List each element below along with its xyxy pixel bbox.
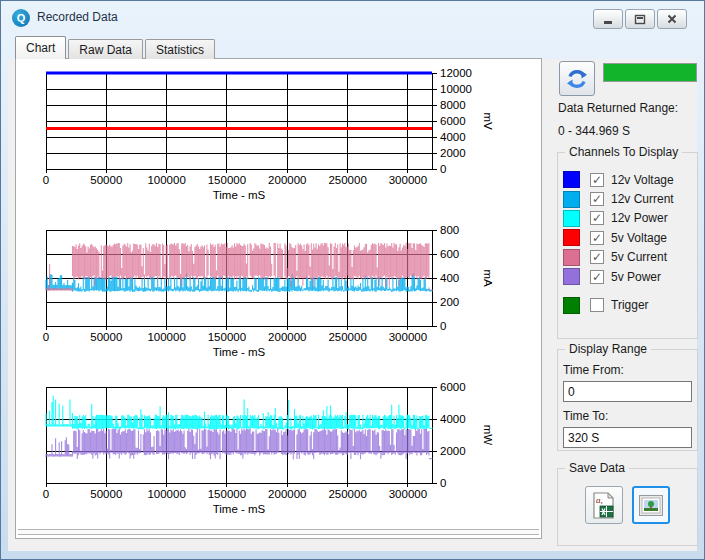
svg-text:Time - mS: Time - mS bbox=[213, 346, 266, 358]
data-returned-range-value: 0 - 344.969 S bbox=[558, 124, 630, 138]
time-to-label: Time To: bbox=[563, 409, 692, 423]
refresh-button[interactable] bbox=[559, 61, 595, 96]
data-load-progressbar bbox=[603, 63, 697, 82]
channel-label: 12v Voltage bbox=[611, 173, 674, 187]
svg-text:8000: 8000 bbox=[440, 99, 466, 111]
svg-text:100000: 100000 bbox=[147, 488, 185, 500]
svg-text:300000: 300000 bbox=[389, 488, 427, 500]
svg-text:200000: 200000 bbox=[268, 331, 306, 343]
save-image-button[interactable] bbox=[632, 486, 670, 524]
channel-label: 12v Current bbox=[611, 192, 674, 206]
channel-color-swatch bbox=[563, 268, 580, 285]
svg-text:4000: 4000 bbox=[440, 413, 466, 425]
svg-text:100000: 100000 bbox=[147, 331, 185, 343]
svg-text:150000: 150000 bbox=[208, 331, 246, 343]
channel-row-5v-current: ✓5v Current bbox=[563, 248, 697, 267]
channel-checkbox[interactable]: ✓ bbox=[590, 231, 604, 245]
channel-row-5v-power: ✓5v Power bbox=[563, 267, 697, 286]
svg-text:mW: mW bbox=[482, 425, 494, 446]
chart-panel: 0500001000001500002000002500003000000200… bbox=[15, 58, 542, 539]
recorded-data-window: Q Recorded Data Chart Raw Data Statistic… bbox=[0, 0, 705, 560]
svg-text:0: 0 bbox=[43, 331, 49, 343]
svg-text:150000: 150000 bbox=[208, 174, 246, 186]
svg-text:50000: 50000 bbox=[90, 331, 122, 343]
channels-group-title: Channels To Display bbox=[565, 145, 682, 159]
svg-text:0: 0 bbox=[440, 163, 446, 175]
channel-label: Trigger bbox=[611, 298, 649, 312]
svg-text:4000: 4000 bbox=[440, 131, 466, 143]
channel-label: 5v Voltage bbox=[611, 231, 667, 245]
minimize-button[interactable] bbox=[593, 9, 623, 29]
svg-text:0: 0 bbox=[43, 174, 49, 186]
svg-text:mA: mA bbox=[482, 269, 494, 287]
close-icon bbox=[666, 13, 678, 25]
time-to-input[interactable] bbox=[563, 427, 692, 448]
svg-text:2000: 2000 bbox=[440, 445, 466, 457]
svg-text:a,: a, bbox=[596, 495, 603, 505]
display-range-groupbox: Display Range Time From: Time To: bbox=[557, 349, 698, 451]
voltage-chart: 0500001000001500002000002500003000000200… bbox=[16, 60, 539, 216]
save-image-icon bbox=[639, 495, 663, 516]
channel-row-12v-voltage: ✓12v Voltage bbox=[563, 170, 697, 189]
svg-text:0: 0 bbox=[43, 488, 49, 500]
svg-text:100000: 100000 bbox=[147, 174, 185, 186]
export-csv-button[interactable]: a, bbox=[585, 486, 623, 524]
save-data-title: Save Data bbox=[565, 461, 629, 475]
svg-text:mV: mV bbox=[482, 112, 494, 130]
tab-strip: Chart Raw Data Statistics bbox=[15, 36, 215, 59]
minimize-icon bbox=[602, 13, 614, 25]
channel-checkbox[interactable]: ✓ bbox=[590, 250, 604, 264]
restore-icon bbox=[634, 13, 646, 25]
channel-label: 5v Power bbox=[611, 270, 661, 284]
svg-text:Time - mS: Time - mS bbox=[213, 503, 266, 515]
svg-text:600: 600 bbox=[440, 248, 459, 260]
data-returned-range-label: Data Returned Range: bbox=[558, 101, 678, 115]
svg-text:800: 800 bbox=[440, 224, 459, 236]
time-from-label: Time From: bbox=[563, 363, 692, 377]
svg-text:0: 0 bbox=[440, 477, 446, 489]
progressbar-fill bbox=[604, 64, 696, 81]
channels-groupbox: Channels To Display ✓12v Voltage✓12v Cur… bbox=[557, 152, 698, 339]
channel-color-swatch bbox=[563, 171, 580, 188]
svg-text:2000: 2000 bbox=[440, 147, 466, 159]
channel-color-swatch bbox=[563, 249, 580, 266]
channel-checkbox[interactable]: ✓ bbox=[590, 270, 604, 284]
tab-raw-data[interactable]: Raw Data bbox=[68, 39, 143, 59]
svg-text:150000: 150000 bbox=[208, 488, 246, 500]
svg-text:6000: 6000 bbox=[440, 115, 466, 127]
display-range-title: Display Range bbox=[565, 342, 651, 356]
export-csv-icon: a, bbox=[592, 492, 616, 519]
channel-label: 12v Power bbox=[611, 211, 668, 225]
svg-text:50000: 50000 bbox=[90, 174, 122, 186]
channel-checkbox[interactable]: ✓ bbox=[590, 192, 604, 206]
svg-text:250000: 250000 bbox=[328, 331, 366, 343]
channel-checkbox[interactable]: ✓ bbox=[590, 211, 604, 225]
channel-color-swatch bbox=[563, 191, 580, 208]
refresh-icon bbox=[564, 66, 590, 92]
svg-text:50000: 50000 bbox=[90, 488, 122, 500]
restore-button[interactable] bbox=[625, 9, 655, 29]
window-title: Recorded Data bbox=[37, 10, 118, 24]
svg-text:0: 0 bbox=[440, 320, 446, 332]
time-from-input[interactable] bbox=[563, 381, 692, 402]
svg-text:400: 400 bbox=[440, 272, 459, 284]
channel-label: 5v Current bbox=[611, 250, 667, 264]
channel-checkbox[interactable]: ✓ bbox=[590, 173, 604, 187]
channel-row-12v-power: ✓12v Power bbox=[563, 209, 697, 228]
svg-text:200000: 200000 bbox=[268, 174, 306, 186]
channel-color-swatch bbox=[563, 297, 580, 314]
title-bar[interactable]: Q Recorded Data bbox=[1, 1, 704, 35]
channel-checkbox[interactable] bbox=[590, 298, 604, 312]
tab-statistics[interactable]: Statistics bbox=[145, 39, 215, 59]
close-button[interactable] bbox=[657, 9, 687, 29]
tab-chart[interactable]: Chart bbox=[15, 36, 66, 59]
channel-row-trigger: Trigger bbox=[563, 295, 697, 314]
svg-text:250000: 250000 bbox=[328, 488, 366, 500]
svg-text:250000: 250000 bbox=[328, 174, 366, 186]
svg-text:200000: 200000 bbox=[268, 488, 306, 500]
svg-text:12000: 12000 bbox=[440, 67, 472, 79]
chart-horizontal-scrollbar[interactable] bbox=[18, 529, 539, 535]
channel-color-swatch bbox=[563, 210, 580, 227]
svg-text:300000: 300000 bbox=[389, 331, 427, 343]
svg-text:10000: 10000 bbox=[440, 83, 472, 95]
